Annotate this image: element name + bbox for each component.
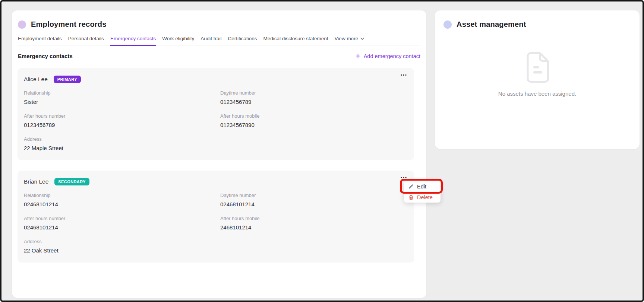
field-label: Relationship <box>24 90 220 96</box>
field-label: After hours number <box>24 216 220 221</box>
field-value: 2468101214 <box>220 224 408 231</box>
menu-item-delete-label: Delete <box>417 194 433 200</box>
menu-item-delete[interactable]: Delete <box>404 192 441 203</box>
field-address: Address 22 Oak Street <box>24 239 220 254</box>
asset-management-header: Asset management <box>435 10 640 29</box>
pencil-icon <box>408 184 414 189</box>
add-emergency-contact-button[interactable]: Add emergency contact <box>356 53 420 59</box>
contact-more-actions-button[interactable] <box>399 175 408 180</box>
field-label: Daytime number <box>220 193 408 198</box>
employment-records-panel: Employment records Employment details Pe… <box>12 10 426 298</box>
field-after-hours-mobile: After hours mobile 2468101214 <box>220 216 408 231</box>
contact-card-alice-lee: Alice Lee PRIMARY Relationship Sister Da… <box>18 68 414 160</box>
field-label: After hours number <box>24 113 220 119</box>
add-emergency-contact-label: Add emergency contact <box>364 53 420 59</box>
contact-name: Alice Lee <box>24 76 48 83</box>
primary-badge: PRIMARY <box>54 76 81 83</box>
contact-card-brian-lee: Brian Lee SECONDARY Relationship 0246810… <box>18 171 414 263</box>
tab-view-more[interactable]: View more <box>335 34 364 46</box>
contact-name-row: Brian Lee SECONDARY <box>24 177 408 187</box>
tab-view-more-label: View more <box>335 36 359 41</box>
tab-emergency-contacts[interactable]: Emergency contacts <box>110 34 156 46</box>
employment-records-header: Employment records <box>12 10 426 29</box>
field-daytime-number: Daytime number 02468101214 <box>220 193 408 207</box>
menu-item-edit-label: Edit <box>417 184 426 190</box>
asset-management-avatar <box>443 20 452 29</box>
tab-medical-disclosure-statement[interactable]: Medical disclosure statement <box>263 34 328 46</box>
kebab-icon <box>401 177 407 178</box>
field-label: Address <box>24 239 220 244</box>
field-value: 0123456789 <box>220 99 408 105</box>
field-relationship: Relationship Sister <box>24 90 220 105</box>
tab-personal-details[interactable]: Personal details <box>68 34 104 46</box>
tab-employment-details[interactable]: Employment details <box>18 34 62 46</box>
field-label: Address <box>24 136 220 142</box>
field-value: 22 Oak Street <box>24 247 220 254</box>
plus-icon <box>356 54 360 58</box>
field-value: 0123456789 <box>24 122 220 128</box>
field-value: 02468101214 <box>24 224 220 231</box>
field-value: 02468101214 <box>24 201 220 207</box>
field-value: Sister <box>24 99 220 105</box>
chevron-down-icon <box>360 38 364 40</box>
tab-certifications[interactable]: Certifications <box>228 34 257 46</box>
field-daytime-number: Daytime number 0123456789 <box>220 90 408 105</box>
field-value: 22 Maple Street <box>24 145 220 151</box>
emergency-contacts-section-header: Emergency contacts Add emergency contact <box>18 53 420 59</box>
trash-icon <box>408 195 414 200</box>
contact-name-row: Alice Lee PRIMARY <box>24 74 408 84</box>
contact-name: Brian Lee <box>24 178 48 185</box>
contact-fields: Relationship Sister Daytime number 01234… <box>24 90 408 151</box>
asset-management-title: Asset management <box>457 20 526 29</box>
field-after-hours-number: After hours number 0123456789 <box>24 113 220 128</box>
contact-fields: Relationship 02468101214 Daytime number … <box>24 193 408 254</box>
employment-records-avatar <box>18 20 26 29</box>
field-relationship: Relationship 02468101214 <box>24 193 220 207</box>
field-value: 02468101214 <box>220 201 408 207</box>
field-label: After hours mobile <box>220 216 408 221</box>
screen: Employment records Employment details Pe… <box>0 0 644 302</box>
section-title: Emergency contacts <box>18 53 73 59</box>
field-label: After hours mobile <box>220 113 408 119</box>
document-icon <box>525 52 549 83</box>
asset-empty-state: No assets have been assigned. <box>435 52 640 97</box>
page-title: Employment records <box>31 20 107 29</box>
asset-management-panel: Asset management No assets have been ass… <box>435 10 640 149</box>
menu-item-edit[interactable]: Edit <box>404 181 441 192</box>
tab-work-eligibility[interactable]: Work eligibility <box>162 34 194 46</box>
contact-actions-menu: Edit Delete <box>404 181 441 203</box>
tab-audit-trail[interactable]: Audit trail <box>201 34 221 46</box>
asset-empty-message: No assets have been assigned. <box>498 90 576 97</box>
secondary-badge: SECONDARY <box>54 178 89 185</box>
field-after-hours-number: After hours number 02468101214 <box>24 216 220 231</box>
field-after-hours-mobile: After hours mobile 01234567890 <box>220 113 408 128</box>
field-label: Relationship <box>24 193 220 198</box>
field-address: Address 22 Maple Street <box>24 136 220 151</box>
kebab-icon <box>401 74 407 76</box>
contact-more-actions-button[interactable] <box>399 73 408 77</box>
field-value: 01234567890 <box>220 122 408 128</box>
field-label: Daytime number <box>220 90 408 96</box>
employment-records-tabs: Employment details Personal details Emer… <box>18 34 420 45</box>
